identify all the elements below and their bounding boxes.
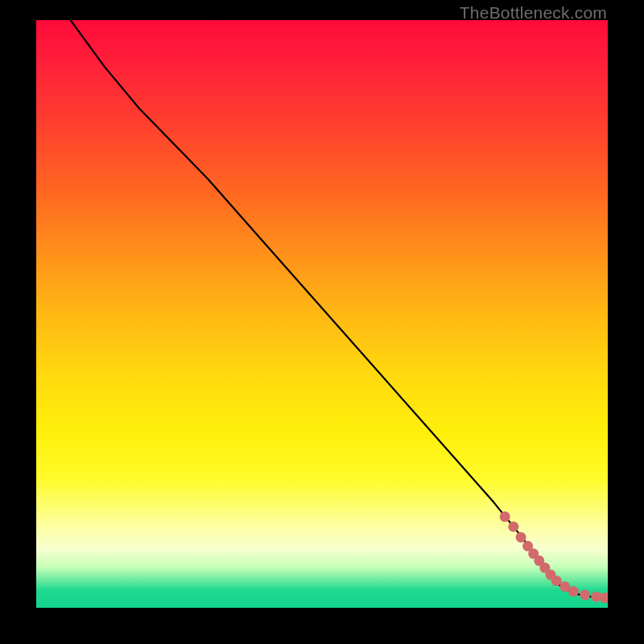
chart-svg	[36, 20, 608, 608]
scatter-dot	[568, 586, 579, 597]
scatter-dot	[551, 576, 562, 586]
scatter-dot	[508, 522, 518, 532]
watermark-text: TheBottleneck.com	[460, 3, 607, 23]
scatter-dot	[500, 511, 510, 522]
chart-frame: TheBottleneck.com	[0, 0, 644, 644]
curve-line	[71, 20, 608, 598]
plot-area	[36, 20, 608, 608]
scatter-dot	[580, 589, 590, 600]
scatter-dot	[516, 532, 526, 543]
scatter-dots	[500, 511, 608, 603]
